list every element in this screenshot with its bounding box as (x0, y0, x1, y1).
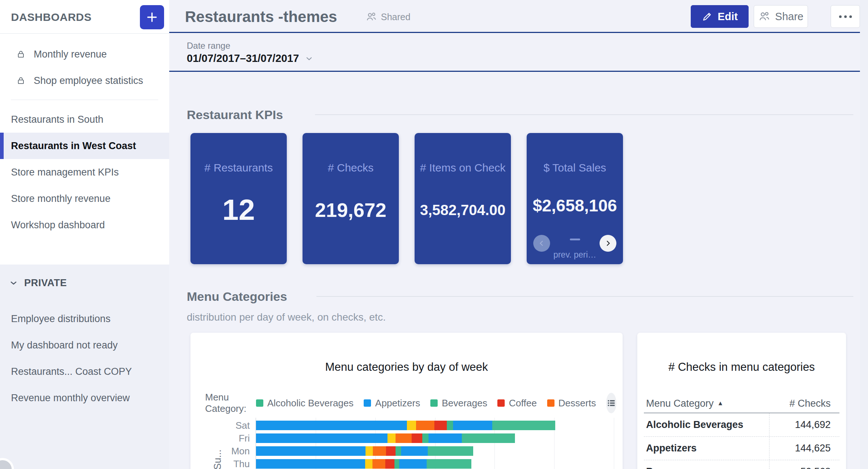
kpi-value: $2,658,106 (530, 184, 620, 228)
bar-segment[interactable] (416, 421, 434, 430)
bar-segment[interactable] (366, 446, 373, 456)
bar-segment[interactable] (386, 446, 396, 456)
main-area: Restaurants -themes Shared (169, 0, 868, 469)
bar-segment[interactable] (447, 421, 453, 430)
bar-segment[interactable] (396, 433, 412, 443)
bar-row (256, 459, 614, 469)
legend-item[interactable]: Coffee (497, 398, 537, 409)
kpi-card-row: # Restaurants 12 # Checks (190, 133, 623, 264)
bar-segment[interactable] (394, 459, 399, 469)
people-icon (758, 10, 775, 23)
bar-segment[interactable] (396, 446, 401, 456)
sidebar-item-private[interactable]: Restaurants... Coast COPY (0, 358, 169, 385)
people-icon (366, 11, 381, 23)
column-header-category[interactable]: Menu Category (644, 398, 714, 409)
page-title: Restaurants -themes (185, 8, 337, 26)
date-range-value: 01/07/2017–31/07/2017 (187, 52, 299, 64)
bar-segment[interactable] (365, 459, 372, 469)
cell-category: Beverages (644, 466, 696, 469)
add-dashboard-button[interactable] (140, 5, 164, 29)
column-header-checks[interactable]: # Checks (789, 398, 839, 409)
sidebar-item-label: Store monthly revenue (11, 193, 111, 204)
sidebar-item-label: Employee distributions (11, 313, 111, 325)
bar-segment[interactable] (462, 433, 515, 443)
sidebar-item-private[interactable]: Employee distributions (0, 306, 169, 332)
bar-segment[interactable] (256, 446, 366, 456)
ellipsis-icon (839, 15, 852, 18)
y-axis-title-column: Week (Su... (205, 418, 223, 469)
edit-button-label: Edit (718, 11, 738, 23)
legend-item-label: Desserts (559, 398, 596, 409)
sidebar-item-dashboard[interactable]: Restaurants in South (0, 106, 169, 133)
legend-item[interactable]: Beverages (430, 398, 487, 409)
legend-item[interactable]: Desserts (547, 398, 596, 409)
sidebar-header: DASHBOARDS (0, 0, 169, 34)
kpi-card[interactable]: # Items on Check 3,582,704.00 (415, 133, 511, 264)
bar-segment[interactable] (428, 446, 473, 456)
sidebar-item-private[interactable]: My dashboard not ready (0, 332, 169, 358)
bar-segment[interactable] (256, 421, 407, 430)
legend-item[interactable]: Alcoholic Beverages (256, 398, 354, 409)
kpi-title: # Restaurants (195, 161, 282, 174)
sidebar-item-dashboard[interactable]: Store monthly revenue (0, 185, 169, 212)
legend-item-label: Appetizers (375, 398, 420, 409)
bar-segment[interactable] (373, 446, 386, 456)
bar-segment[interactable] (427, 459, 471, 469)
legend-swatch (547, 399, 554, 407)
bar-segment[interactable] (256, 433, 387, 443)
legend-item[interactable]: Appetizers (364, 398, 420, 409)
table-row[interactable]: Beverages 50,568 (644, 460, 839, 469)
more-options-button[interactable] (831, 5, 860, 28)
sidebar-item-dashboard[interactable]: Restaurants in West Coast (0, 133, 169, 159)
legend-list-button[interactable] (606, 393, 616, 413)
scroll-gutter[interactable] (860, 0, 868, 469)
previous-period-button[interactable] (533, 235, 550, 252)
next-period-button[interactable] (600, 235, 616, 252)
sidebar-item-label: Revenue monthly overview (11, 392, 130, 404)
bar-segment[interactable] (372, 459, 385, 469)
sidebar-item-locked[interactable]: Monthly revenue (0, 41, 169, 67)
bar-segment[interactable] (407, 421, 416, 430)
table-row[interactable]: Alcoholic Beverages 144,692 (644, 413, 839, 437)
bar-segment[interactable] (422, 433, 429, 443)
share-button[interactable]: Share (754, 5, 808, 28)
shared-label: Shared (381, 12, 411, 22)
bar-segment[interactable] (412, 433, 422, 443)
bar-rows (256, 418, 614, 469)
sort-ascending-icon[interactable]: ▲ (717, 400, 724, 407)
bar-segment[interactable] (453, 421, 492, 430)
private-section-header[interactable]: PRIVATE (0, 271, 169, 295)
bar-segment[interactable] (385, 459, 394, 469)
legend-item-label: Beverages (442, 398, 487, 409)
bar-segment[interactable] (492, 421, 555, 430)
kpi-card[interactable]: # Restaurants 12 (190, 133, 287, 264)
table-row[interactable]: Appetizers 144,625 (644, 437, 839, 460)
bar-segment[interactable] (387, 433, 396, 443)
menu-section-title: Menu Categories (187, 289, 287, 304)
gridline (614, 418, 614, 469)
bar-segment[interactable] (399, 459, 427, 469)
kpi-card[interactable]: $ Total Sales $2,658,106 prev. peri… (527, 133, 623, 264)
y-axis-title: Week (Su... (212, 450, 223, 469)
date-range-filter[interactable]: 01/07/2017–31/07/2017 (187, 52, 314, 64)
sidebar-item-dashboard[interactable]: Store management KPIs (0, 159, 169, 185)
bar-row (256, 433, 614, 443)
kpi-title: # Items on Check (419, 161, 507, 174)
sidebar-item-label: Shop employee statistics (34, 75, 143, 86)
bar-segment[interactable] (429, 433, 462, 443)
bar-segment[interactable] (434, 421, 447, 430)
compare-dash (570, 239, 580, 240)
sidebar-item-dashboard[interactable]: Workshop dashboard (0, 212, 169, 238)
bar-segment[interactable] (256, 459, 365, 469)
sidebar-item-locked[interactable]: Shop employee statistics (0, 67, 169, 94)
cell-category: Alcoholic Beverages (644, 419, 743, 431)
legend-swatch (256, 399, 263, 407)
cell-checks: 144,625 (795, 443, 839, 454)
edit-button[interactable]: Edit (691, 5, 749, 28)
sidebar-item-label: Restaurants in South (11, 114, 103, 125)
sidebar-item-private[interactable]: Revenue monthly overview (0, 385, 169, 411)
bar-segment[interactable] (401, 446, 428, 456)
kpi-card[interactable]: # Checks 219,672 (303, 133, 399, 264)
sidebar-private-list: Employee distributions My dashboard not … (0, 306, 169, 411)
legend-item-label: Coffee (509, 398, 537, 409)
